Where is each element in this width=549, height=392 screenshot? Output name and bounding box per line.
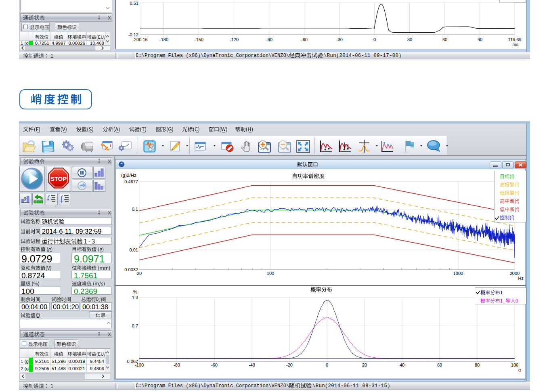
svg-text:STOP: STOP	[50, 175, 67, 182]
svg-text:?: ?	[23, 196, 27, 202]
